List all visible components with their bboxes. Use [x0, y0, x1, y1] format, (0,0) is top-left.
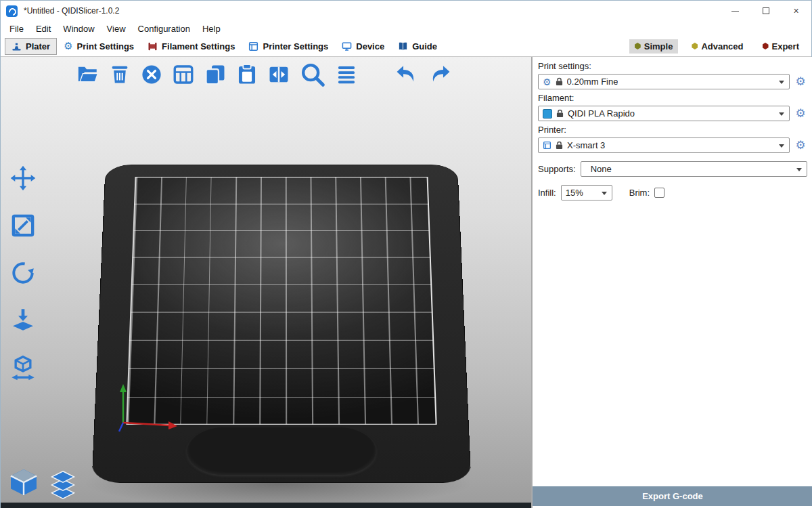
bed-plate: [91, 165, 471, 483]
tab-filament-settings[interactable]: Filament Settings: [141, 38, 242, 55]
chevron-down-icon: [602, 192, 607, 195]
lock-icon: [556, 141, 563, 150]
brim-checkbox[interactable]: [654, 188, 664, 198]
printer-icon: [543, 141, 551, 150]
tab-label: Plater: [26, 41, 50, 51]
supports-combo[interactable]: None: [581, 161, 807, 177]
mode-expert[interactable]: Expert: [757, 39, 805, 54]
tab-device[interactable]: Device: [335, 38, 391, 55]
book-icon: [398, 41, 408, 51]
print-settings-gear-button[interactable]: ⚙: [794, 76, 807, 87]
menu-window[interactable]: Window: [57, 22, 100, 35]
search-icon[interactable]: [299, 61, 326, 88]
layers-view-icon[interactable]: [48, 469, 78, 499]
advanced-mode-icon: [692, 43, 698, 49]
supports-label: Supports:: [538, 164, 576, 174]
filament-color-swatch: [543, 109, 552, 119]
layer-list-icon[interactable]: [335, 63, 358, 86]
tab-label: Device: [356, 41, 384, 51]
move-icon[interactable]: [7, 163, 39, 194]
tab-label: Guide: [412, 41, 437, 51]
minimize-button[interactable]: [720, 1, 750, 21]
3d-view-icon[interactable]: [7, 467, 40, 499]
filament-gear-button[interactable]: ⚙: [794, 108, 807, 119]
printer-combo[interactable]: X-smart 3: [538, 137, 790, 153]
chevron-down-icon: [779, 112, 784, 116]
title-bar: *Untitled - QIDISlicer-1.0.2 ×: [1, 1, 811, 21]
infill-value: 15%: [566, 188, 583, 198]
menu-configuration[interactable]: Configuration: [132, 22, 196, 35]
mode-switcher: Simple Advanced Expert: [629, 39, 807, 54]
tab-label: Print Settings: [77, 41, 135, 51]
view-switcher: [7, 467, 78, 499]
export-gcode-button[interactable]: Export G-code: [533, 486, 812, 506]
gizmo-toolbar: [7, 163, 39, 383]
app-window: *Untitled - QIDISlicer-1.0.2 × File Edit…: [0, 0, 812, 508]
tab-printer-settings[interactable]: Printer Settings: [242, 38, 335, 55]
scale-icon[interactable]: [7, 210, 39, 241]
print-settings-combo[interactable]: ⚙ 0.20mm Fine: [538, 74, 790, 89]
printer-icon: [248, 41, 258, 51]
mode-label: Simple: [644, 41, 673, 51]
mode-simple[interactable]: Simple: [629, 39, 679, 54]
tab-plater[interactable]: Plater: [5, 38, 57, 55]
delete-all-icon[interactable]: [140, 63, 163, 86]
redo-icon[interactable]: [428, 62, 453, 87]
tab-guide[interactable]: Guide: [391, 38, 444, 55]
lock-icon: [556, 109, 564, 118]
printer-label: Printer:: [538, 125, 807, 135]
bottom-bar: [1, 503, 531, 508]
menu-view[interactable]: View: [101, 22, 132, 35]
infill-combo[interactable]: 15%: [561, 185, 612, 200]
delete-icon[interactable]: [108, 63, 131, 86]
mode-advanced[interactable]: Advanced: [686, 39, 748, 54]
arrange-icon[interactable]: [172, 63, 195, 86]
filament-combo[interactable]: QIDI PLA Rapido: [538, 106, 790, 121]
bed-handle-notch: [187, 427, 376, 475]
tab-label: Filament Settings: [162, 41, 235, 51]
paste-icon[interactable]: [235, 63, 258, 86]
menu-bar: File Edit Window View Configuration Help: [1, 21, 811, 36]
size-icon[interactable]: [7, 352, 39, 383]
close-icon: ×: [793, 6, 798, 16]
chevron-down-icon: [796, 168, 802, 171]
printer-gear-button[interactable]: ⚙: [794, 140, 807, 151]
split-icon[interactable]: [267, 63, 290, 86]
filament-label: Filament:: [538, 93, 807, 103]
supports-value: None: [585, 164, 612, 174]
maximize-button[interactable]: [750, 1, 781, 21]
chevron-down-icon: [779, 144, 784, 148]
expert-mode-icon: [763, 43, 769, 49]
print-bed: [75, 155, 488, 507]
menu-help[interactable]: Help: [196, 22, 227, 35]
3d-viewport[interactable]: [1, 57, 532, 508]
simple-mode-icon: [635, 43, 641, 49]
tab-bar: Plater ⚙ Print Settings Filament Setting…: [1, 36, 811, 57]
menu-edit[interactable]: Edit: [30, 22, 57, 35]
print-settings-value: 0.20mm Fine: [567, 77, 618, 87]
chevron-down-icon: [779, 81, 784, 84]
lock-icon: [556, 77, 563, 86]
spool-icon: [148, 41, 158, 51]
app-logo-icon: [6, 5, 18, 17]
print-settings-label: Print settings:: [538, 61, 807, 71]
place-on-face-icon[interactable]: [7, 305, 39, 336]
rotate-icon[interactable]: [7, 257, 39, 289]
infill-label: Infill:: [538, 188, 556, 198]
close-button[interactable]: ×: [781, 1, 811, 21]
menu-file[interactable]: File: [3, 22, 30, 35]
monitor-icon: [342, 41, 352, 51]
undo-icon[interactable]: [393, 62, 419, 87]
mode-label: Advanced: [701, 41, 743, 51]
bed-grid: [126, 177, 436, 425]
mode-label: Expert: [772, 41, 799, 51]
printer-value: X-smart 3: [567, 140, 605, 150]
open-icon[interactable]: [76, 63, 99, 86]
minimize-icon: [731, 11, 739, 12]
brim-label: Brim:: [629, 188, 650, 198]
settings-sidebar: Print settings: ⚙ 0.20mm Fine ⚙ Filament…: [532, 57, 812, 508]
window-controls: ×: [720, 1, 811, 21]
tab-label: Printer Settings: [263, 41, 328, 51]
tab-print-settings[interactable]: ⚙ Print Settings: [57, 38, 141, 55]
copy-icon[interactable]: [204, 63, 227, 86]
